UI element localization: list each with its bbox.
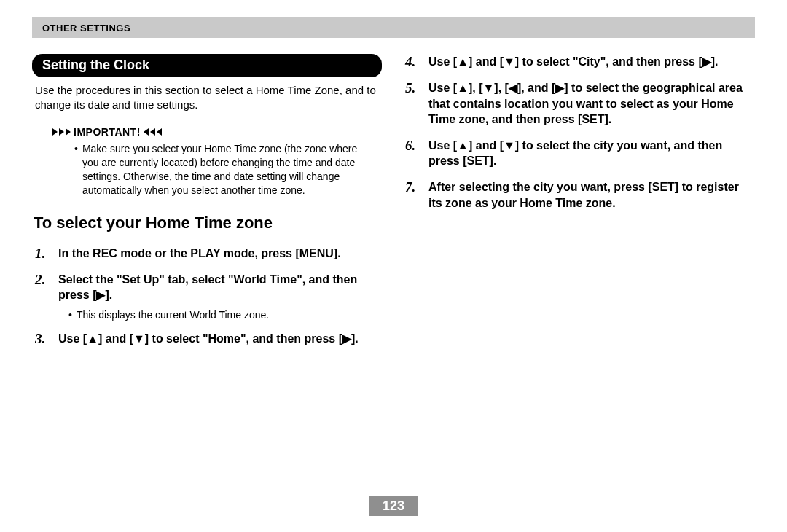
triangle-right-icon — [59, 128, 64, 136]
subheading: To select your Home Time zone — [32, 214, 382, 232]
section-title: Setting the Clock — [32, 54, 382, 77]
step-item: Select the "Set Up" tab, select "World T… — [32, 272, 382, 321]
content-columns: Setting the Clock Use the procedures in … — [32, 54, 755, 357]
step-text: Select the "Set Up" tab, select "World T… — [58, 272, 382, 303]
header-bar: OTHER SETTINGS — [32, 17, 755, 38]
triangle-left-icon — [144, 128, 149, 136]
page-footer: 123 — [32, 496, 755, 516]
step-item: In the REC mode or the PLAY mode, press … — [32, 246, 382, 262]
triangle-right-icon — [52, 128, 58, 136]
important-note: Make sure you select your Home Time zone… — [32, 142, 382, 197]
step-item: Use [▲] and [▼] to select "Home", and th… — [32, 331, 382, 347]
step-item: Use [▲], [▼], [◀], and [▶] to select the… — [402, 80, 752, 128]
step-note: This displays the current World Time zon… — [58, 309, 382, 321]
footer-rule — [32, 506, 368, 506]
bullet-icon — [74, 142, 78, 197]
triangle-left-icon — [157, 128, 162, 136]
manual-page: OTHER SETTINGS Setting the Clock Use the… — [0, 0, 787, 532]
step-text: After selecting the city you want, press… — [428, 179, 752, 211]
steps-list-right: Use [▲] and [▼] to select "City", and th… — [402, 54, 752, 211]
section-intro: Use the procedures in this section to se… — [32, 83, 382, 112]
important-note-text: Make sure you select your Home Time zone… — [82, 142, 376, 197]
step-text: In the REC mode or the PLAY mode, press … — [58, 246, 341, 262]
footer-rule — [419, 506, 755, 506]
left-column: Setting the Clock Use the procedures in … — [32, 54, 382, 357]
step-item: After selecting the city you want, press… — [402, 179, 752, 211]
breadcrumb: OTHER SETTINGS — [42, 23, 130, 34]
triangle-left-icon — [150, 128, 155, 136]
step-text: Use [▲], [▼], [◀], and [▶] to select the… — [428, 80, 752, 128]
step-item: Use [▲] and [▼] to select the city you w… — [402, 138, 752, 169]
step-text: Use [▲] and [▼] to select the city you w… — [428, 138, 752, 169]
step-item: Use [▲] and [▼] to select "City", and th… — [402, 54, 752, 70]
steps-list-left: In the REC mode or the PLAY mode, press … — [32, 246, 382, 347]
bullet-icon — [68, 309, 72, 321]
step-text: Use [▲] and [▼] to select "Home", and th… — [58, 331, 359, 347]
page-number: 123 — [369, 496, 418, 516]
right-column: Use [▲] and [▼] to select "City", and th… — [402, 54, 752, 357]
triangle-right-icon — [66, 128, 71, 136]
step-text: Use [▲] and [▼] to select "City", and th… — [428, 54, 719, 70]
step-note-text: This displays the current World Time zon… — [77, 309, 269, 321]
important-heading: IMPORTANT! — [32, 126, 382, 138]
important-label: IMPORTANT! — [74, 126, 141, 138]
